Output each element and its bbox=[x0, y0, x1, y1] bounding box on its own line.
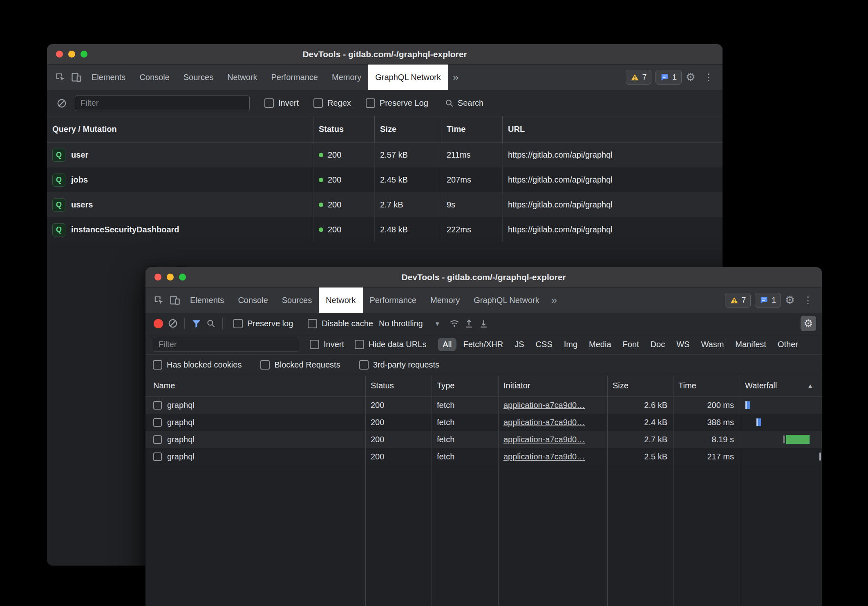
initiator-link[interactable]: application-a7ca9d0… bbox=[503, 452, 585, 461]
tab-network[interactable]: Network bbox=[319, 287, 362, 313]
column-header-status[interactable]: Status bbox=[365, 375, 432, 396]
third-party-requests-checkbox[interactable] bbox=[359, 360, 369, 370]
warnings-badge[interactable]: 7 bbox=[626, 70, 652, 85]
initiator-link[interactable]: application-a7ca9d0… bbox=[503, 435, 585, 444]
network-request-row[interactable]: graphql 200 fetch application-a7ca9d0… 2… bbox=[145, 397, 822, 414]
column-resize-handle[interactable] bbox=[432, 375, 432, 606]
warnings-badge[interactable]: 7 bbox=[725, 293, 751, 307]
invert-checkbox-group[interactable]: Invert bbox=[264, 98, 299, 108]
filter-pill-font[interactable]: Font bbox=[618, 338, 644, 351]
tab-memory[interactable]: Memory bbox=[423, 287, 467, 313]
clear-icon[interactable] bbox=[166, 316, 180, 331]
blocked-cookies-checkbox-group[interactable]: Has blocked cookies bbox=[153, 360, 242, 370]
settings-gear-icon[interactable]: ⚙ bbox=[781, 295, 799, 306]
initiator-link[interactable]: application-a7ca9d0… bbox=[503, 401, 585, 410]
filter-pill-css[interactable]: CSS bbox=[531, 338, 557, 351]
settings-gear-icon[interactable]: ⚙ bbox=[682, 72, 700, 83]
filter-pill-wasm[interactable]: Wasm bbox=[696, 338, 729, 351]
close-button[interactable] bbox=[154, 274, 161, 281]
regex-checkbox-group[interactable]: Regex bbox=[313, 98, 351, 108]
table-row[interactable]: Q jobs 200 2.45 kB 207ms https://gitlab.… bbox=[47, 167, 723, 192]
tab-elements[interactable]: Elements bbox=[85, 65, 132, 90]
preserve-log-checkbox[interactable] bbox=[366, 98, 375, 108]
network-request-row[interactable]: graphql 200 fetch application-a7ca9d0… 2… bbox=[145, 414, 822, 431]
column-header-name[interactable]: Name bbox=[145, 375, 365, 396]
row-checkbox[interactable] bbox=[153, 452, 162, 461]
column-header-initiator[interactable]: Initiator bbox=[498, 375, 607, 396]
hide-data-urls-checkbox-group[interactable]: Hide data URLs bbox=[355, 340, 426, 349]
preserve-log-checkbox-group[interactable]: Preserve Log bbox=[366, 98, 428, 108]
table-row[interactable]: Q users 200 2.7 kB 9s https://gitlab.com… bbox=[47, 192, 723, 217]
more-tabs-icon[interactable]: » bbox=[546, 294, 562, 307]
column-header-size[interactable]: Size bbox=[375, 116, 441, 142]
table-row[interactable]: Q instanceSecurityDashboard 200 2.48 kB … bbox=[47, 217, 723, 242]
search-icon[interactable] bbox=[204, 316, 218, 331]
issues-badge[interactable]: 1 bbox=[755, 293, 781, 307]
disable-cache-checkbox[interactable] bbox=[308, 319, 317, 328]
device-toolbar-icon[interactable] bbox=[167, 292, 183, 308]
hide-data-urls-checkbox[interactable] bbox=[355, 340, 364, 349]
import-har-icon[interactable] bbox=[462, 316, 477, 331]
tab-console[interactable]: Console bbox=[231, 287, 275, 313]
inspect-element-icon[interactable] bbox=[52, 69, 68, 85]
more-tabs-icon[interactable]: » bbox=[448, 71, 463, 84]
export-har-icon[interactable] bbox=[477, 316, 491, 331]
zoom-button[interactable] bbox=[179, 274, 186, 281]
zoom-button[interactable] bbox=[81, 51, 87, 58]
invert-checkbox[interactable] bbox=[310, 340, 319, 349]
preserve-log-checkbox-group[interactable]: Preserve log bbox=[233, 319, 293, 328]
minimize-button[interactable] bbox=[167, 274, 174, 281]
column-resize-handle[interactable] bbox=[740, 375, 740, 606]
filter-funnel-icon[interactable] bbox=[189, 316, 204, 331]
column-header-waterfall[interactable]: Waterfall ▲ bbox=[740, 375, 822, 396]
filter-pill-all[interactable]: All bbox=[438, 338, 456, 351]
blocked-requests-checkbox-group[interactable]: Blocked Requests bbox=[260, 360, 340, 370]
disable-cache-checkbox-group[interactable]: Disable cache bbox=[308, 319, 373, 328]
row-checkbox[interactable] bbox=[153, 435, 162, 444]
filter-pill-other[interactable]: Other bbox=[773, 338, 803, 351]
filter-input[interactable] bbox=[75, 96, 250, 111]
column-resize-handle[interactable] bbox=[673, 375, 673, 606]
filter-pill-doc[interactable]: Doc bbox=[646, 338, 670, 351]
column-header-time[interactable]: Time bbox=[441, 116, 503, 142]
table-row[interactable]: Q user 200 2.57 kB 211ms https://gitlab.… bbox=[47, 143, 723, 167]
filter-pill-media[interactable]: Media bbox=[584, 338, 616, 351]
column-header-status[interactable]: Status bbox=[313, 116, 375, 142]
column-header-time[interactable]: Time bbox=[673, 375, 740, 396]
column-header-size[interactable]: Size bbox=[607, 375, 673, 396]
filter-pill-js[interactable]: JS bbox=[510, 338, 529, 351]
network-request-row[interactable]: graphql 200 fetch application-a7ca9d0… 2… bbox=[145, 448, 822, 465]
tab-graphql-network[interactable]: GraphQL Network bbox=[467, 287, 546, 313]
throttling-dropdown[interactable]: No throttling ▼ bbox=[379, 319, 441, 328]
blocked-requests-checkbox[interactable] bbox=[260, 360, 270, 370]
filter-pill-img[interactable]: Img bbox=[559, 338, 582, 351]
tab-performance[interactable]: Performance bbox=[363, 287, 424, 313]
tab-network[interactable]: Network bbox=[220, 65, 264, 90]
tab-graphql-network[interactable]: GraphQL Network bbox=[368, 65, 447, 90]
blocked-cookies-checkbox[interactable] bbox=[153, 360, 162, 370]
device-toolbar-icon[interactable] bbox=[68, 69, 85, 85]
column-resize-handle[interactable] bbox=[498, 375, 499, 606]
tab-sources[interactable]: Sources bbox=[275, 287, 319, 313]
network-settings-gear-icon[interactable]: ⚙ bbox=[801, 316, 816, 331]
invert-checkbox[interactable] bbox=[264, 98, 274, 108]
clear-icon[interactable] bbox=[54, 96, 69, 111]
tab-elements[interactable]: Elements bbox=[183, 287, 231, 313]
filter-pill-manifest[interactable]: Manifest bbox=[730, 338, 771, 351]
invert-checkbox-group[interactable]: Invert bbox=[310, 340, 344, 349]
column-header-query[interactable]: Query / Mutation bbox=[47, 116, 313, 142]
filter-pill-ws[interactable]: WS bbox=[671, 338, 694, 351]
network-filter-input[interactable] bbox=[153, 337, 299, 352]
filter-pill-fetch-xhr[interactable]: Fetch/XHR bbox=[458, 338, 508, 351]
search-button[interactable]: Search bbox=[445, 98, 483, 108]
close-button[interactable] bbox=[56, 51, 63, 58]
tab-sources[interactable]: Sources bbox=[177, 65, 220, 90]
column-resize-handle[interactable] bbox=[365, 375, 366, 606]
column-header-url[interactable]: URL bbox=[503, 116, 723, 142]
tab-memory[interactable]: Memory bbox=[325, 65, 368, 90]
minimize-button[interactable] bbox=[68, 51, 75, 58]
tab-console[interactable]: Console bbox=[132, 65, 176, 90]
kebab-menu-icon[interactable]: ⋮ bbox=[700, 72, 718, 82]
network-conditions-icon[interactable] bbox=[447, 316, 462, 331]
row-checkbox[interactable] bbox=[153, 418, 162, 427]
